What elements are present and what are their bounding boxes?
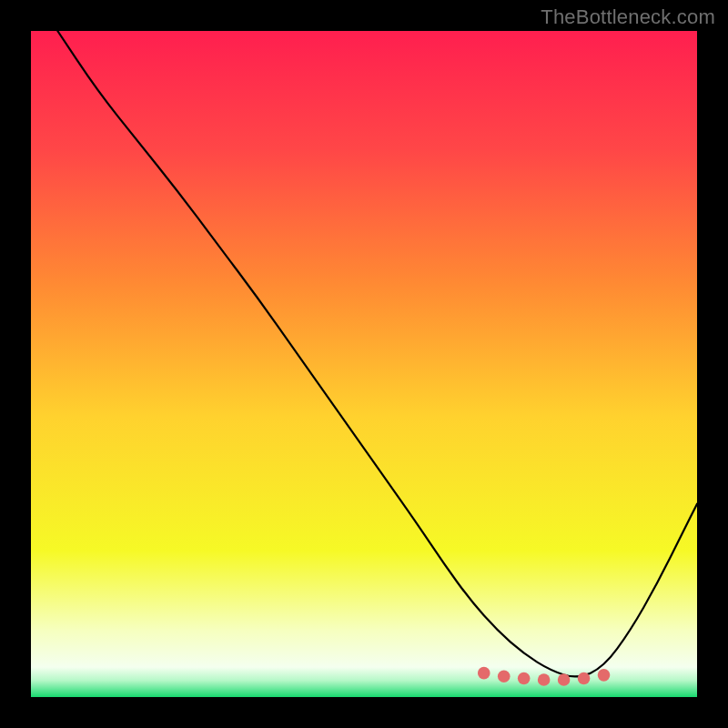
marker-dot (558, 673, 571, 686)
marker-dot (518, 672, 531, 685)
gradient-background (31, 31, 697, 697)
chart-frame: TheBottleneck.com (0, 0, 728, 728)
marker-dot (578, 672, 591, 685)
plot-area (31, 31, 697, 697)
marker-dot (598, 669, 611, 682)
marker-dot (478, 667, 490, 680)
marker-dot (498, 671, 511, 683)
marker-dot (538, 673, 551, 686)
watermark-label: TheBottleneck.com (541, 5, 715, 29)
chart-svg (31, 31, 697, 697)
